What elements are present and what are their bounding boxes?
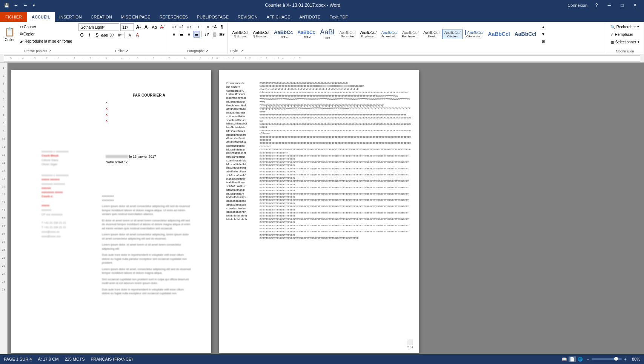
tab-insertion[interactable]: INSERTION — [55, 12, 86, 22]
presse-papiers-expand[interactable]: ↗ — [48, 49, 52, 53]
document-canvas[interactable]: xxxxxxxx x xxxxxxxxx Courb Bleub Célone … — [8, 63, 644, 354]
zoom-in-button[interactable]: ＋ — [623, 356, 627, 362]
web-view-button[interactable]: 🌐 — [578, 357, 583, 362]
close-button[interactable]: ✕ — [629, 1, 641, 9]
tab-mise-en-page[interactable]: MISE EN PAGE — [117, 12, 155, 22]
language-indicator[interactable]: FRANÇAIS (FRANCE) — [91, 357, 133, 361]
couper-button[interactable]: ✂ Couper — [18, 23, 74, 30]
decrease-indent-button[interactable]: ⇤ — [196, 23, 203, 30]
zoom-level[interactable]: 80% — [629, 357, 640, 361]
superscript-button[interactable]: X2 — [116, 32, 123, 38]
tab-accueil[interactable]: ACCUEIL — [27, 12, 55, 22]
zoom-control[interactable]: － ＋ 80% — [586, 356, 640, 362]
tab-affichage[interactable]: AFFICHAGE — [262, 12, 295, 22]
style-titre2-label: Titre 2 — [302, 35, 310, 38]
style-extra2[interactable]: AaBbCcI — [513, 30, 538, 38]
style-more[interactable]: ⊞ — [540, 38, 547, 45]
style-citation[interactable]: AaBbCcI Citation — [442, 29, 462, 39]
maximize-button[interactable]: □ — [616, 1, 628, 9]
reproduire-button[interactable]: 🖌 Reproduire la mise en forme — [18, 38, 74, 45]
line-spacing-button[interactable]: ↕⁋ — [203, 31, 210, 38]
italic-button[interactable]: I — [86, 32, 93, 38]
style-emphase-intense[interactable]: AaBbCcI Emphase i... — [400, 29, 421, 39]
ruler-mark: 5 — [3, 98, 5, 101]
tab-revision[interactable]: RÉVISION — [233, 12, 262, 22]
coller-button[interactable]: 📋 Coller — [2, 23, 17, 45]
change-case-button[interactable]: Aα — [151, 24, 158, 31]
sort-button[interactable]: ↕A — [211, 23, 218, 30]
multilevel-button[interactable]: ≡↕ — [186, 23, 192, 30]
underline-button[interactable]: S — [94, 32, 100, 38]
style-citation-intense[interactable]: AaBbCcI Citation in... — [463, 29, 485, 39]
bold-button[interactable]: G — [78, 32, 85, 38]
style-titre2[interactable]: AaBbCc Titre 2 — [296, 29, 317, 40]
couper-icon: ✂ — [20, 25, 23, 29]
remplacer-button[interactable]: ⇄ Remplacer — [609, 31, 641, 38]
tab-fichier[interactable]: FICHIER — [0, 12, 27, 22]
tab-creation[interactable]: CRÉATION — [86, 12, 117, 22]
redo-qat-button[interactable]: ↪ — [21, 2, 29, 9]
copier-button[interactable]: ⧉ Copier — [18, 31, 74, 37]
align-center-button[interactable]: ☰ — [178, 31, 185, 38]
style-soustitre[interactable]: AaBbCcI Sous-titre — [337, 29, 357, 39]
clear-format-button[interactable]: A ╱ — [159, 24, 166, 31]
style-eleve[interactable]: AaBbCcI Élevé — [421, 29, 441, 39]
align-right-button[interactable]: ≡ — [186, 31, 192, 38]
font-name-input[interactable]: Gotham Light ▾ — [78, 23, 119, 31]
strikethrough-button[interactable]: abc — [101, 32, 108, 38]
font-size-dropdown[interactable]: ▾ — [126, 25, 128, 29]
zoom-out-button[interactable]: － — [586, 356, 590, 362]
justify-button[interactable]: ☰ — [193, 31, 200, 38]
tab-publipostage[interactable]: PUBLIPOSTAGE — [192, 12, 233, 22]
connexion-button[interactable]: Connexion — [567, 3, 587, 8]
font-name-dropdown[interactable]: ▾ — [103, 25, 105, 29]
subscript-button[interactable]: X2 — [109, 32, 115, 38]
tab-foxit[interactable]: Foxit PDF — [325, 12, 352, 22]
page-info[interactable]: PAGE 1 SUR 4 — [4, 357, 32, 361]
align-left-button[interactable]: ≡ — [171, 31, 177, 38]
show-marks-button[interactable]: ¶ — [218, 23, 225, 30]
numbering-button[interactable]: ≡1 — [178, 23, 185, 30]
style-normal[interactable]: AaBbCcI ¶ Normal — [230, 29, 250, 39]
police-expand[interactable]: ↗ — [125, 49, 129, 53]
selectionner-dropdown-icon[interactable]: ▾ — [638, 40, 639, 44]
style-normal-label: ¶ Normal — [234, 35, 246, 38]
borders-button[interactable]: ⊞▾ — [218, 31, 225, 38]
selectionner-button[interactable]: ▦ Sélectionner ▾ — [609, 38, 641, 45]
tab-antidote[interactable]: ANTIDOTE — [295, 12, 325, 22]
print-view-button[interactable]: 📄 — [569, 356, 576, 362]
shading-button[interactable]: ▒ — [211, 31, 218, 38]
font-shrink-button[interactable]: A- — [143, 24, 150, 31]
letter-body: Courb e: ... xxxxx xxxxxxx CP xxx xxxxxx… — [41, 194, 192, 298]
font-color-button[interactable]: A — [134, 32, 141, 38]
addr-line-2: x — [106, 106, 192, 111]
style-sans-interligne[interactable]: AaBbCcI ¶ Sans int... — [251, 29, 271, 39]
font-size-input[interactable]: 11 ▾ — [120, 23, 134, 31]
minimize-button[interactable]: ─ — [603, 1, 615, 9]
rechercher-button[interactable]: 🔍 Rechercher ▾ — [609, 23, 641, 30]
style-extra1[interactable]: AaBbCcI — [486, 30, 512, 38]
bullets-button[interactable]: ≡• — [171, 23, 177, 30]
style-scroll-down[interactable]: ▼ — [540, 31, 547, 37]
customize-qat-button[interactable]: ▾ — [30, 2, 38, 9]
style-titre[interactable]: AaBl Titre — [318, 27, 337, 41]
rechercher-dropdown-icon[interactable]: ▾ — [637, 25, 639, 29]
style-emphase[interactable]: AaBbCcI Emphase... — [358, 29, 378, 39]
undo-qat-button[interactable]: ↩ — [12, 2, 20, 9]
style-eleve-preview: AaBbCcI — [423, 30, 440, 35]
help-button[interactable]: ? — [590, 1, 603, 9]
increase-indent-button[interactable]: ⇥ — [203, 23, 210, 30]
save-qat-button[interactable]: 💾 — [3, 2, 11, 9]
tab-references[interactable]: RÉFÉRENCES — [155, 12, 192, 22]
style-titre1[interactable]: AaBbCc Titre 1 — [272, 28, 295, 40]
style-scroll-up[interactable]: ▲ — [540, 23, 547, 30]
paragraphe-expand[interactable]: ↗ — [205, 49, 209, 53]
font-grow-button[interactable]: A+ — [135, 24, 142, 31]
word-count[interactable]: 225 MOTS — [65, 357, 85, 361]
zoom-slider-track[interactable] — [592, 358, 622, 360]
styles-expand[interactable]: ↗ — [240, 49, 244, 53]
ruler-mark: 22 — [2, 233, 5, 235]
read-view-button[interactable]: 📖 — [562, 357, 567, 362]
style-accentuate[interactable]: AaBbCcI Accentuat... — [379, 29, 399, 39]
text-highlight-button[interactable]: A — [126, 32, 133, 38]
